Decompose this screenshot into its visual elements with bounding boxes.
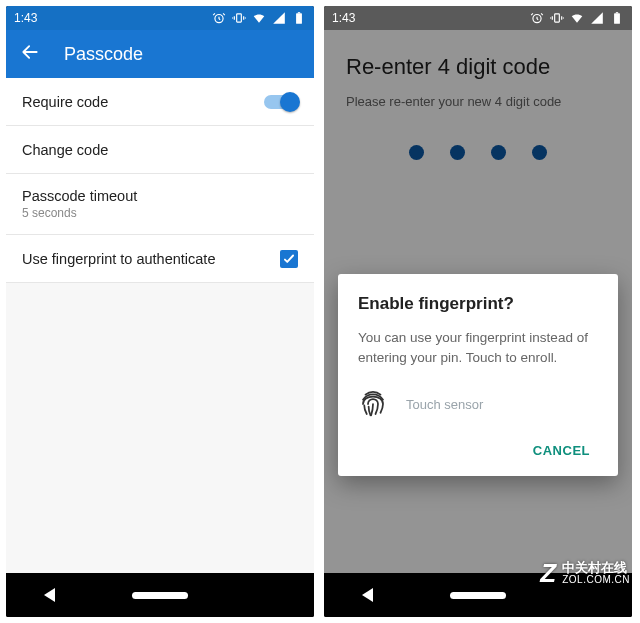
fingerprint-icon [358,389,388,419]
nav-back-button[interactable] [362,588,373,602]
dialog-title: Enable fingerprint? [358,294,598,314]
signal-icon [272,11,286,25]
svg-rect-6 [614,13,620,23]
sensor-label: Touch sensor [406,397,483,412]
watermark: Z 中关村在线 ZOL.COM.CN [540,558,630,589]
row-label: Change code [22,142,108,158]
row-change-code[interactable]: Change code [6,126,314,174]
nav-home-pill[interactable] [132,592,188,599]
alarm-icon [212,11,226,25]
wifi-icon [252,11,266,25]
battery-icon [292,11,306,25]
wifi-icon [570,11,584,25]
status-icons [530,11,624,25]
dialog-body: You can use your fingerprint instead of … [358,328,598,367]
toggle-require-code[interactable] [264,95,298,109]
battery-icon [610,11,624,25]
phone-left: 1:43 Passcode Require code Change code [6,6,314,617]
reenter-screen: Re-enter 4 digit code Please re-enter yo… [324,30,632,573]
watermark-url: ZOL.COM.CN [562,575,630,586]
fingerprint-sensor-row[interactable]: Touch sensor [358,389,598,419]
status-icons [212,11,306,25]
row-use-fingerprint[interactable]: Use fingerprint to authenticate [6,235,314,283]
cancel-button[interactable]: CANCEL [525,433,598,468]
row-sub: 5 seconds [22,206,77,220]
empty-area [6,283,314,573]
app-title: Passcode [64,44,143,65]
dialog-enable-fingerprint: Enable fingerprint? You can use your fin… [338,274,618,476]
svg-rect-5 [555,14,560,22]
status-time: 1:43 [332,11,355,25]
alarm-icon [530,11,544,25]
row-require-code[interactable]: Require code [6,78,314,126]
signal-icon [590,11,604,25]
status-time: 1:43 [14,11,37,25]
settings-list: Require code Change code Passcode timeou… [6,78,314,573]
back-icon[interactable] [20,42,40,67]
status-bar: 1:43 [6,6,314,30]
svg-rect-3 [298,12,300,13]
status-bar: 1:43 [324,6,632,30]
row-label: Use fingerprint to authenticate [22,251,215,267]
android-nav-bar [6,573,314,617]
row-label: Require code [22,94,108,110]
nav-back-button[interactable] [44,588,55,602]
vibrate-icon [232,11,246,25]
vibrate-icon [550,11,564,25]
app-bar: Passcode [6,30,314,78]
nav-home-pill[interactable] [450,592,506,599]
svg-rect-1 [237,14,242,22]
checkbox-fingerprint[interactable] [280,250,298,268]
svg-rect-7 [616,12,618,13]
row-passcode-timeout[interactable]: Passcode timeout 5 seconds [6,174,314,235]
svg-rect-2 [296,13,302,23]
row-label: Passcode timeout [22,188,137,204]
watermark-logo: Z [540,558,556,589]
phone-right: 1:43 Re-enter 4 digit code Please re-ent… [324,6,632,617]
